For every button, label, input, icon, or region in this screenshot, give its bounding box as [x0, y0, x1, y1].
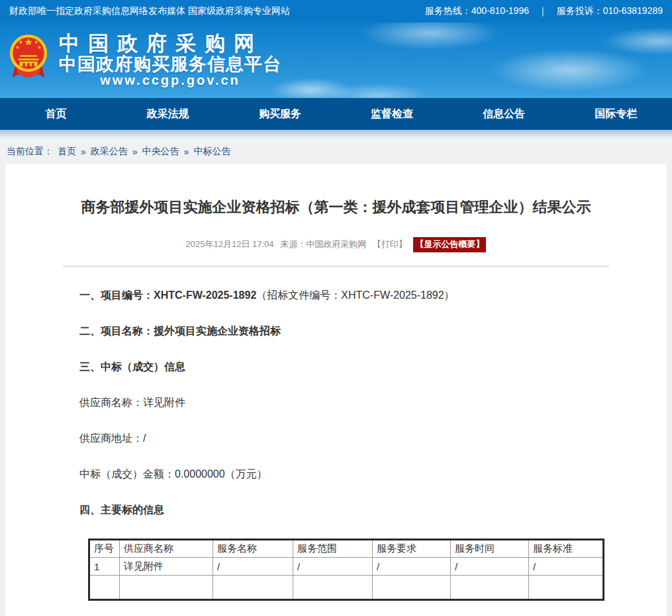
breadcrumb-separator: »	[184, 146, 189, 157]
paragraph-supplier-address: 供应商地址：/	[79, 431, 667, 445]
table-cell: /	[451, 558, 529, 576]
table-cell: 详见附件	[120, 558, 213, 576]
breadcrumb-item-home[interactable]: 首页	[58, 146, 76, 158]
topbar: 财政部唯一指定政府采购信息网络发布媒体 国家级政府采购专业网站 服务热线：400…	[0, 0, 672, 23]
table-cell: 1	[89, 558, 120, 576]
nav-bottom-gradient	[0, 130, 672, 139]
table-cell	[120, 576, 213, 600]
service-complaint: 服务投诉：010-63819289	[557, 5, 663, 17]
header-cell-service-standard: 服务标准	[529, 540, 604, 558]
article-title: 商务部援外项目实施企业资格招标（第一类：援外成套项目管理企业）结果公示	[32, 164, 640, 217]
bid-items-table: 序号 供应商名称 服务名称 服务范围 服务要求 服务时间 服务标准 1 详见附件…	[88, 539, 604, 601]
breadcrumb-item-procurement-notices[interactable]: 政采公告	[91, 146, 128, 158]
content-separator	[63, 266, 609, 267]
site-tagline: 财政部唯一指定政府采购信息网络发布媒体 国家级政府采购专业网站	[9, 5, 290, 17]
paragraph-project-number: 一、项目编号：XHTC-FW-2025-1892（招标文件编号：XHTC-FW-…	[79, 288, 667, 302]
header-cell-seq: 序号	[89, 540, 120, 558]
article-source: 来源：中国政府采购网	[280, 239, 366, 249]
breadcrumb-separator: »	[81, 146, 86, 157]
table-cell	[529, 576, 604, 600]
page-background: 商务部援外项目实施企业资格招标（第一类：援外成套项目管理企业）结果公示 2025…	[0, 164, 672, 616]
breadcrumb: 当前位置： 首页 » 政采公告 » 中央公告 » 中标公告	[0, 139, 672, 164]
paragraph-bold-text: 三、中标（成交）信息	[79, 361, 185, 372]
nav-item-purchase-services[interactable]: 购买服务	[224, 107, 336, 121]
paragraph-bold-text: 二、项目名称：援外项目实施企业资格招标	[79, 325, 281, 336]
breadcrumb-item-central-notices[interactable]: 中央公告	[142, 146, 179, 158]
table-cell: /	[373, 558, 451, 576]
site-url: www.ccgp.gov.cn	[59, 74, 281, 87]
topbar-contacts: 服务热线：400-810-1996 ｜ 服务投诉：010-63819289	[425, 5, 663, 17]
publish-datetime: 2025年12月12日 17:04	[186, 239, 274, 249]
table-header-row: 序号 供应商名称 服务名称 服务范围 服务要求 服务时间 服务标准	[89, 540, 604, 558]
header-cell-service-requirement: 服务要求	[373, 540, 451, 558]
breadcrumb-prefix: 当前位置：	[7, 146, 53, 158]
table-cell	[293, 576, 373, 600]
nav-item-home[interactable]: 首页	[0, 107, 112, 121]
topbar-divider: ｜	[538, 5, 548, 17]
breadcrumb-item-award-notices[interactable]: 中标公告	[193, 146, 230, 158]
table-cell: /	[213, 558, 293, 576]
nav-item-supervision[interactable]: 监督检查	[336, 107, 448, 121]
paragraph-award-info-heading: 三、中标（成交）信息	[79, 360, 667, 374]
nav-item-international[interactable]: 国际专栏	[560, 107, 672, 121]
paragraph-main-items-heading: 四、主要标的信息	[79, 503, 667, 517]
paragraph-text: 供应商名称：详见附件	[79, 397, 185, 408]
print-button[interactable]: 【打印】	[373, 239, 407, 249]
paragraph-supplier-name: 供应商名称：详见附件	[79, 395, 667, 409]
paragraph-text: （招标文件编号：XHTC-FW-2025-1892）	[256, 289, 454, 301]
paragraph-text: 中标（成交）金额：0.0000000（万元）	[79, 468, 267, 480]
nav-item-regulations[interactable]: 政采法规	[112, 107, 224, 121]
main-nav: 首页 政采法规 购买服务 监督检查 信息公告 国际专栏	[0, 98, 672, 130]
table-row	[89, 576, 604, 600]
national-emblem-icon	[8, 33, 49, 85]
table-cell	[373, 576, 451, 600]
paragraph-bold-text: 四、主要标的信息	[79, 504, 164, 515]
paragraph-bold-text: 一、项目编号：XHTC-FW-2025-1892	[79, 289, 256, 301]
table-cell: /	[529, 558, 604, 576]
header-cell-supplier: 供应商名称	[120, 540, 213, 558]
header-cell-service-name: 服务名称	[213, 540, 293, 558]
article-panel: 商务部援外项目实施企业资格招标（第一类：援外成套项目管理企业）结果公示 2025…	[5, 164, 667, 616]
paragraph-award-amount: 中标（成交）金额：0.0000000（万元）	[79, 467, 667, 481]
table-cell	[451, 576, 529, 600]
show-summary-button[interactable]: 【显示公告概要】	[413, 237, 486, 252]
site-name: 中国政府采购网	[59, 33, 281, 55]
site-subtitle: 中国政府购买服务信息平台	[59, 55, 281, 74]
article-body: 一、项目编号：XHTC-FW-2025-1892（招标文件编号：XHTC-FW-…	[5, 288, 667, 517]
table-cell	[89, 576, 120, 600]
paragraph-project-name: 二、项目名称：援外项目实施企业资格招标	[79, 324, 667, 338]
site-title-block: 中国政府采购网 中国政府购买服务信息平台 www.ccgp.gov.cn	[59, 33, 281, 88]
paragraph-text: 供应商地址：/	[79, 433, 146, 444]
header-cell-service-time: 服务时间	[451, 540, 529, 558]
table-cell	[213, 576, 293, 600]
breadcrumb-separator: »	[132, 146, 138, 157]
table-row: 1 详见附件 / / / / /	[89, 558, 604, 576]
site-logo[interactable]	[8, 33, 59, 87]
service-hotline: 服务热线：400-810-1996	[425, 5, 529, 17]
header-banner: 中国政府采购网 中国政府购买服务信息平台 www.ccgp.gov.cn	[0, 23, 672, 98]
header-cell-service-scope: 服务范围	[293, 540, 373, 558]
table-cell: /	[293, 558, 373, 576]
nav-item-announcements[interactable]: 信息公告	[448, 107, 560, 121]
article-meta: 2025年12月12日 17:04 来源：中国政府采购网 【打印】 【显示公告概…	[5, 237, 667, 252]
